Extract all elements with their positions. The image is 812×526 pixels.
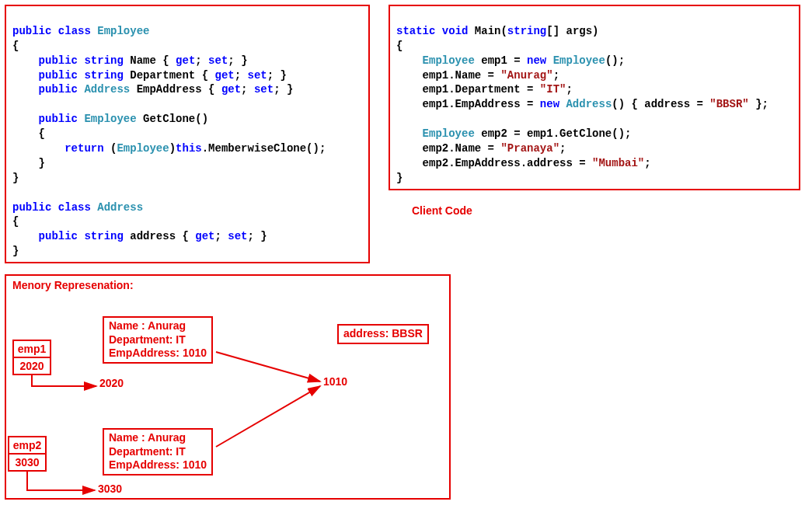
kw: string: [507, 25, 546, 37]
txt: emp1 =: [475, 54, 527, 67]
brace: }: [39, 157, 45, 169]
brace: }: [12, 245, 19, 257]
arrows: [6, 276, 449, 498]
code-main-method: static void Main(string[] args) { Employ…: [389, 5, 800, 190]
kw: get: [221, 83, 241, 96]
pointer-3030: 3030: [98, 482, 122, 495]
emp2-address: 3030: [9, 453, 45, 470]
str: "IT": [540, 83, 566, 96]
txt: GetClone(): [137, 113, 208, 125]
txt: ; }: [267, 69, 287, 82]
pointer-2020: 2020: [99, 377, 124, 389]
txt: ;: [644, 157, 650, 169]
kw: void: [442, 25, 469, 37]
txt: };: [749, 98, 768, 110]
emp2-variable-box: emp2 3030: [8, 436, 47, 472]
txt: [] args): [546, 25, 598, 37]
txt: () { address =: [612, 98, 709, 110]
kw: class: [58, 201, 91, 214]
kw: public: [12, 201, 51, 214]
type: Employee: [97, 25, 149, 37]
kw: public: [39, 54, 78, 67]
txt: address {: [124, 230, 195, 242]
brace: {: [39, 127, 45, 140]
str: "Mumbai": [592, 157, 644, 169]
kw: set: [228, 230, 247, 242]
kw: public: [39, 113, 78, 125]
txt: ;: [195, 54, 208, 67]
kw: get: [176, 54, 195, 67]
txt: ; }: [228, 54, 247, 67]
brace: }: [12, 172, 19, 184]
type: Employee: [553, 54, 605, 67]
txt: ;: [566, 83, 572, 96]
txt: ): [169, 142, 176, 155]
txt: Department {: [124, 69, 215, 82]
code-employee-class: public class Employee { public string Na…: [5, 5, 370, 263]
str: "Anurag": [500, 69, 552, 82]
kw: return: [64, 142, 103, 155]
type: Employee: [423, 127, 475, 140]
brace: {: [12, 215, 19, 228]
txt: ;: [553, 69, 559, 82]
txt: ;: [215, 230, 228, 242]
emp2-object-box: Name : Anurag Department: IT EmpAddress:…: [103, 428, 213, 475]
emp1-label: emp1: [14, 341, 50, 357]
txt: emp2 = emp1.GetClone();: [475, 127, 632, 140]
kw: class: [58, 25, 91, 37]
txt: ;: [235, 69, 248, 82]
memory-title: Menory Represenation:: [12, 279, 134, 291]
memory-representation-diagram: Menory Represenation: emp1 2020 emp2 303…: [5, 274, 451, 500]
txt: Main(: [468, 25, 507, 37]
pointer-1010: 1010: [323, 375, 347, 388]
kw: this: [176, 142, 202, 155]
kw: string: [84, 230, 123, 242]
kw: public: [39, 69, 78, 82]
txt: .MemberwiseClone();: [202, 142, 326, 155]
kw: string: [84, 69, 123, 82]
kw: get: [195, 230, 214, 242]
txt: emp1.Name =: [423, 69, 501, 82]
kw: new: [540, 98, 559, 110]
kw: new: [527, 54, 546, 67]
txt: ; }: [248, 230, 267, 242]
type: Address: [97, 201, 143, 214]
txt: ;: [241, 83, 254, 96]
txt: EmpAddress {: [130, 83, 221, 96]
txt: emp1.Department =: [423, 83, 540, 96]
txt: emp2.Name =: [423, 142, 501, 155]
txt: (: [104, 142, 117, 155]
type: Employee: [423, 54, 475, 67]
kw: set: [248, 69, 267, 82]
txt: emp1.EmpAddress =: [423, 98, 540, 110]
brace: }: [396, 172, 403, 184]
kw: public: [39, 83, 78, 96]
txt: ; }: [274, 83, 293, 96]
txt: emp2.EmpAddress.address =: [423, 157, 592, 169]
address-object-box: address: BBSR: [337, 324, 429, 344]
txt: Name {: [124, 54, 176, 67]
kw: string: [84, 54, 123, 67]
brace: {: [12, 40, 19, 52]
emp2-label: emp2: [9, 437, 45, 453]
kw: set: [254, 83, 274, 96]
type: Employee: [117, 142, 169, 155]
str: "Pranaya": [500, 142, 559, 155]
txt: ;: [559, 142, 566, 155]
type: Employee: [84, 113, 136, 125]
client-code-label: Client Code: [412, 204, 800, 217]
emp1-object-box: Name : Anurag Department: IT EmpAddress:…: [103, 316, 213, 364]
emp1-variable-box: emp1 2020: [12, 340, 51, 375]
kw: get: [214, 69, 234, 82]
brace: {: [396, 40, 403, 52]
emp1-address: 2020: [14, 357, 50, 374]
txt: ();: [605, 54, 625, 67]
kw: public: [39, 230, 78, 242]
kw: set: [208, 54, 228, 67]
kw: static: [396, 25, 435, 37]
str: "BBSR": [709, 98, 748, 110]
type: Address: [566, 98, 612, 110]
type: Address: [84, 83, 130, 96]
kw: public: [12, 25, 51, 37]
